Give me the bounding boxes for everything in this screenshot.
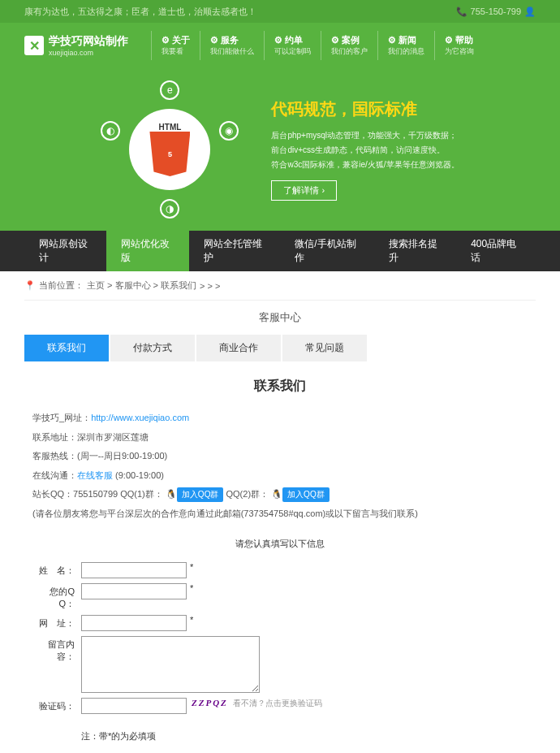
nav-item-0[interactable]: ⚙ 关于我要看: [151, 31, 200, 60]
subnav-item-2[interactable]: 网站全托管维护: [189, 231, 280, 271]
qq-input[interactable]: [81, 583, 187, 599]
tab-0[interactable]: 联系我们: [24, 335, 109, 361]
qq-icon: 🐧: [271, 489, 282, 499]
html5-badge: e ◉ ◑ ◐ HTML 5: [101, 80, 239, 219]
subnav-item-1[interactable]: 网站优化改版: [106, 231, 188, 271]
phone-icon: 📞: [456, 0, 467, 23]
qq-icon: 🐧: [166, 489, 177, 499]
message-textarea[interactable]: [81, 636, 260, 693]
form-title: 请您认真填写以下信息: [32, 538, 528, 550]
top-phone[interactable]: 📞 755-150-799 👤: [456, 0, 536, 23]
breadcrumb-link[interactable]: 客服中心: [115, 280, 151, 290]
url-input[interactable]: [81, 615, 187, 631]
subnav-item-3[interactable]: 微信/手机站制作: [280, 231, 373, 271]
chrome-icon: ◑: [160, 199, 179, 219]
tabs: 联系我们付款方式商业合作常见问题: [24, 335, 536, 361]
ie-icon: e: [160, 80, 179, 100]
header: ✕ 学技巧网站制作 xuejiqiao.com ⚙ 关于我要看⚙ 服务我们能做什…: [0, 23, 560, 68]
tab-3[interactable]: 常见问题: [282, 335, 367, 361]
nav-item-3[interactable]: ⚙ 案例我们的客户: [321, 31, 377, 60]
hero-detail-button[interactable]: 了解详情 ›: [271, 180, 337, 201]
form-note: 注：带*的为必填项: [81, 730, 528, 742]
captcha-image[interactable]: ZZPQZ: [192, 698, 228, 708]
page-title: 联系我们: [32, 378, 528, 395]
nav-item-4[interactable]: ⚙ 新闻我们的消息: [377, 31, 434, 60]
tab-2[interactable]: 商业合作: [196, 335, 281, 361]
section-title: 客服中心: [24, 301, 536, 335]
hero-title: 代码规范，国际标准: [271, 98, 459, 120]
hero-banner: e ◉ ◑ ◐ HTML 5 代码规范，国际标准 后台php+mysql动态管理…: [0, 68, 560, 231]
safari-icon: ◉: [219, 121, 239, 141]
pin-icon: 📍: [24, 280, 36, 291]
subnav-item-5[interactable]: 400品牌电话: [456, 231, 536, 271]
breadcrumb-link[interactable]: 联系我们: [161, 280, 196, 290]
subnav-item-0[interactable]: 网站原创设计: [24, 231, 106, 271]
logo[interactable]: ✕ 学技巧网站制作 xuejiqiao.com: [24, 34, 128, 57]
captcha-input[interactable]: [81, 698, 187, 714]
name-input[interactable]: [81, 562, 187, 578]
breadcrumb-link[interactable]: 主页: [87, 280, 105, 290]
site-url-link[interactable]: http://www.xuejiqiao.com: [91, 413, 189, 422]
qq-group1-button[interactable]: 加入QQ群: [177, 487, 224, 502]
top-quote: 康有为达也，五达得之康；臣者，道士也，治顺去感者也！: [24, 0, 256, 23]
breadcrumb: 📍 当前位置： 主页 > 客服中心 > 联系我们 > > >: [24, 271, 536, 301]
html5-shield-icon: 5: [149, 132, 190, 176]
nav-item-2[interactable]: ⚙ 约单可以定制吗: [264, 31, 321, 60]
firefox-icon: ◐: [101, 121, 120, 141]
user-icon[interactable]: 👤: [524, 0, 536, 23]
top-bar: 康有为达也，五达得之康；臣者，道士也，治顺去感者也！ 📞 755-150-799…: [0, 0, 560, 23]
tab-1[interactable]: 付款方式: [110, 335, 195, 361]
subnav-item-4[interactable]: 搜索排名提升: [374, 231, 456, 271]
nav-item-1[interactable]: ⚙ 服务我们能做什么: [200, 31, 264, 60]
captcha-refresh-link[interactable]: 看不清？点击更换验证码: [233, 698, 322, 709]
sub-navigation: 网站原创设计网站优化改版网站全托管维护微信/手机站制作搜索排名提升400品牌电话: [0, 231, 560, 271]
online-service-link[interactable]: 在线客服: [77, 470, 113, 480]
qq-group2-button[interactable]: 加入QQ群: [282, 487, 330, 502]
nav-item-5[interactable]: ⚙ 帮助为它咨询: [434, 31, 484, 60]
logo-icon: ✕: [24, 36, 44, 55]
